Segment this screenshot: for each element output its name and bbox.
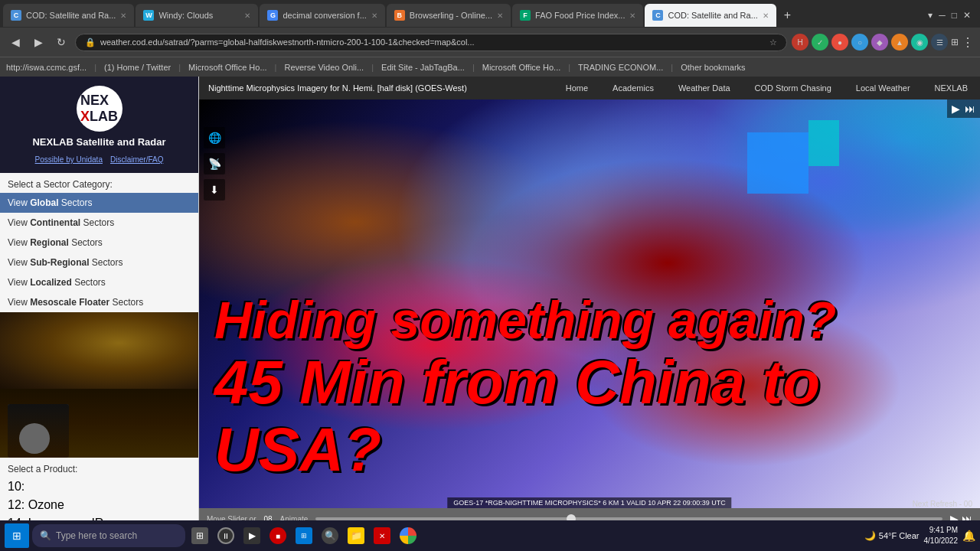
tab-1-close[interactable]: ✕ [120, 11, 126, 20]
webcam-frame [8, 404, 69, 458]
taskbar-pause-button[interactable]: ⏸ [214, 524, 237, 547]
tab-4-close[interactable]: ✕ [497, 11, 503, 20]
download-icon-btn[interactable]: ⬇ [204, 179, 225, 201]
tab-dropdown-icon[interactable]: ▾ [928, 10, 933, 21]
disclaimer-link[interactable]: Disclaimer/FAQ [110, 155, 163, 164]
taskbar-app-xapp[interactable]: ✕ [371, 524, 394, 547]
satellite-image-container: 🌐 📡 ⬇ GOES-17 *RGB-NIGHTTIME MICROPHYSIC… [199, 99, 980, 530]
tab-bar: C COD: Satellite and Ra... ✕ W Windy: Cl… [0, 0, 980, 28]
tab-5-close[interactable]: ✕ [629, 11, 635, 20]
minimize-button[interactable]: ─ [939, 10, 946, 21]
extension-5-icon[interactable]: ▲ [891, 34, 908, 51]
taskbar-app-windows[interactable]: ⊞ [292, 524, 315, 547]
tab-6[interactable]: C COD: Satellite and Ra... ✕ [645, 4, 776, 27]
nav-nexlab[interactable]: NEXLAB [923, 77, 980, 99]
bookmark-6[interactable]: Microsoft Office Ho... [482, 63, 561, 72]
nav-storm-chasing[interactable]: COD Storm Chasing [743, 77, 844, 99]
notification-icon[interactable]: 🔔 [962, 530, 975, 542]
start-button[interactable]: ⊞ [5, 523, 29, 548]
grid-icon: ⊞ [191, 527, 208, 544]
extension-2-icon[interactable]: ● [831, 34, 848, 51]
bookmark-5[interactable]: Edit Site - JabTagBa... [381, 63, 465, 72]
nav-academics[interactable]: Academics [600, 77, 666, 99]
globe-icon-btn[interactable]: 🌐 [204, 127, 225, 148]
satellite-icon-btn[interactable]: 📡 [204, 153, 225, 174]
bookmark-3[interactable]: Microsoft Office Ho... [188, 63, 267, 72]
tab-4[interactable]: B Browserling - Online... ✕ [387, 4, 511, 27]
sector-regional[interactable]: View Regional Sectors [0, 233, 198, 253]
forward-button[interactable]: ▶ [29, 36, 47, 48]
tab-6-close[interactable]: ✕ [763, 11, 769, 20]
extension-7-icon[interactable]: ☰ [931, 34, 948, 51]
nav-local-weather[interactable]: Local Weather [844, 77, 923, 99]
windows-app-icon: ⊞ [296, 527, 312, 544]
new-tab-button[interactable]: + [778, 8, 797, 22]
nav-home[interactable]: Home [554, 77, 600, 99]
clock-time: 9:41 PM [924, 525, 959, 536]
bookmark-7[interactable]: TRADING ECONOM... [578, 63, 663, 72]
tab-1-title: COD: Satellite and Ra... [26, 11, 116, 20]
sidebar-header: NEXXLAB NEXLAB Satellite and Radar Possi… [0, 77, 198, 173]
sector-continental[interactable]: View Continental Sectors [0, 213, 198, 233]
play-button[interactable]: ▶ [952, 103, 960, 115]
webcam-bg [8, 404, 69, 458]
sector-subregional[interactable]: View Sub-Regional Sectors [0, 253, 198, 272]
webcam-view [0, 389, 198, 458]
tab-2[interactable]: W Windy: Clouds ✕ [136, 4, 258, 27]
extension-3-icon[interactable]: ○ [851, 34, 868, 51]
sector-global[interactable]: View Global Sectors [0, 193, 198, 213]
satellite-status-text: GOES-17 *RGB-NIGHTTIME MICROPHYSICS* 6 K… [447, 497, 731, 508]
extensions-btn[interactable]: ⊞ [951, 37, 959, 47]
tab-6-favicon: C [652, 10, 663, 21]
taskbar-app-chrome[interactable] [397, 524, 420, 547]
taskbar-app-search[interactable]: 🔍 [318, 524, 341, 547]
bookmark-1[interactable]: http://iswa.ccmc.gsf... [6, 63, 87, 72]
extension-6-icon[interactable]: ◉ [911, 34, 928, 51]
sector-mesoscale[interactable]: View Mesoscale Floater Sectors [0, 292, 198, 312]
extension-1-icon[interactable]: ✓ [812, 34, 828, 51]
bookmark-star-icon[interactable]: ☆ [769, 37, 777, 47]
bookmark-4[interactable]: Reverse Video Onli... [284, 63, 364, 72]
bookmark-8[interactable]: Other bookmarks [681, 63, 745, 72]
bookmark-2[interactable]: (1) Home / Twitter [104, 63, 171, 72]
unidata-link[interactable]: Possible by Unidata [35, 155, 103, 164]
tab-5[interactable]: F FAO Food Price Index... ✕ [512, 4, 643, 27]
tab-3[interactable]: G decimal conversion f... ✕ [260, 4, 384, 27]
profile-icon[interactable]: H [792, 34, 808, 51]
taskbar-search-box[interactable]: 🔍 Type here to search [32, 524, 185, 547]
taskbar: ⊞ 🔍 Type here to search ⊞ ⏸ ▶ ■ ⊞ 🔍 📁 ✕ … [0, 520, 980, 551]
close-window-button[interactable]: ✕ [963, 10, 971, 21]
taskbar-forward-button[interactable]: ▶ [240, 524, 263, 547]
sector-localized[interactable]: View Localized Sectors [0, 272, 198, 292]
taskbar-app-files[interactable]: 📁 [345, 524, 368, 547]
address-bar-row: ◀ ▶ ↻ 🔒 weather.cod.edu/satrad/?parms=gl… [0, 28, 980, 57]
address-bar[interactable]: 🔒 weather.cod.edu/satrad/?parms=global-h… [75, 34, 787, 51]
bookmarks-bar: http://iswa.ccmc.gsf... | (1) Home / Twi… [0, 57, 980, 77]
step-forward-button[interactable]: ⏭ [965, 103, 975, 115]
taskbar-grid-icon[interactable]: ⊞ [188, 524, 211, 547]
window-controls: ▾ ─ □ ✕ [922, 10, 977, 21]
product-item-2[interactable]: 12: Ozone [0, 496, 198, 514]
cyan-anomaly [808, 120, 839, 166]
tab-4-title: Browserling - Online... [410, 11, 492, 20]
reload-button[interactable]: ↻ [52, 36, 70, 48]
tab-3-favicon: G [267, 10, 278, 21]
tab-1[interactable]: C COD: Satellite and Ra... ✕ [3, 4, 134, 27]
satellite-nav-bar: Nighttime Microphysics Imagery for N. He… [199, 77, 980, 99]
maximize-button[interactable]: □ [952, 10, 957, 21]
system-tray: 🌙 54°F Clear [864, 530, 920, 541]
back-button[interactable]: ◀ [6, 36, 24, 48]
forward-icon: ▶ [243, 527, 260, 544]
product-item-1[interactable]: 10: [0, 478, 198, 496]
clock-date: 4/10/2022 [924, 536, 959, 546]
tab-2-close[interactable]: ✕ [244, 11, 250, 20]
tab-2-title: Windy: Clouds [158, 11, 240, 20]
nav-weather-data[interactable]: Weather Data [666, 77, 743, 99]
sector-category-title: Select a Sector Category: [0, 173, 198, 193]
weather-temp-text: 54°F Clear [879, 531, 920, 540]
tab-3-close[interactable]: ✕ [371, 11, 377, 20]
extension-4-icon[interactable]: ◆ [871, 34, 888, 51]
menu-button[interactable]: ⋮ [962, 35, 974, 50]
taskbar-stop-button[interactable]: ■ [266, 524, 289, 547]
network-icon[interactable]: 🌙 [864, 530, 876, 541]
